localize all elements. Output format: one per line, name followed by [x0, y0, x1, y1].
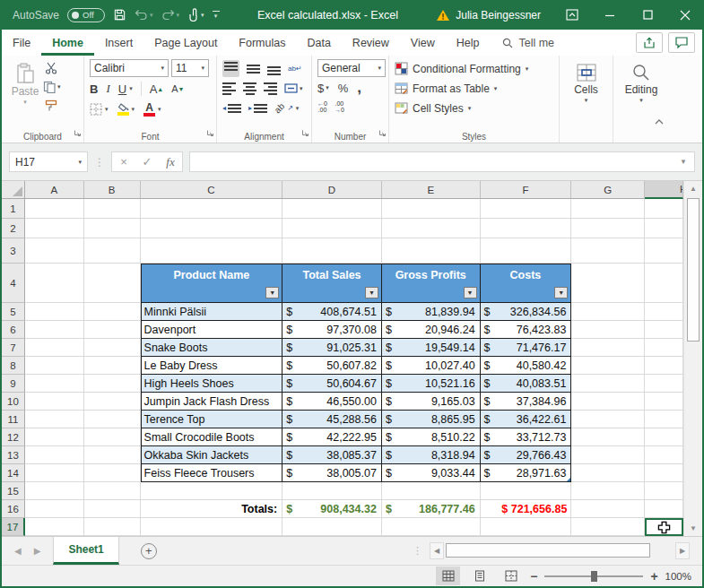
cell[interactable] — [645, 321, 683, 339]
column-header-b[interactable]: B — [84, 181, 141, 199]
vertical-scrollbar[interactable]: ▲ ▼ — [683, 181, 702, 536]
enter-button[interactable]: ✓ — [135, 155, 159, 169]
increase-decimal-button[interactable]: ←0.00 — [317, 100, 327, 114]
cell[interactable] — [481, 219, 572, 238]
sheet-nav-right-icon[interactable]: ▶ — [34, 546, 41, 556]
row-header-1[interactable]: 1 — [2, 199, 25, 219]
table-cell[interactable]: $40,580.42 — [481, 357, 572, 375]
cell-styles-button[interactable]: Cell Styles ▾ — [395, 99, 528, 117]
table-cell[interactable]: $10,027.40 — [382, 357, 481, 375]
row-header-6[interactable]: 6 — [2, 321, 25, 339]
cell[interactable] — [382, 518, 481, 536]
comma-style-button[interactable]: , — [357, 79, 361, 97]
table-cell[interactable]: $81,839.94 — [382, 303, 481, 321]
cell[interactable] — [571, 482, 645, 500]
cell[interactable] — [84, 411, 141, 428]
cell[interactable] — [382, 238, 481, 264]
cell[interactable] — [571, 303, 645, 321]
table-cell[interactable]: $37,384.96 — [481, 393, 572, 411]
cell[interactable] — [571, 428, 645, 446]
increase-indent-button[interactable]: ▸ — [248, 104, 267, 113]
new-sheet-button[interactable]: + — [141, 543, 157, 559]
formula-input[interactable]: ▼ — [189, 151, 695, 172]
cell[interactable] — [645, 464, 683, 482]
middle-align-button[interactable] — [247, 62, 260, 75]
row-header-15[interactable]: 15 — [2, 482, 25, 500]
page-layout-view-button[interactable] — [467, 566, 491, 585]
cell[interactable] — [645, 264, 683, 303]
row-header-7[interactable]: 7 — [2, 339, 25, 357]
cell[interactable] — [571, 518, 645, 536]
increase-font-button[interactable]: A▲ — [150, 82, 164, 96]
table-cell[interactable]: $29,766.43 — [481, 446, 572, 464]
number-format-combo[interactable]: General▾ — [317, 59, 386, 77]
top-align-button[interactable] — [222, 60, 239, 77]
cell[interactable] — [84, 482, 141, 500]
cell[interactable] — [25, 303, 84, 321]
italic-button[interactable]: I — [106, 82, 109, 96]
cell[interactable] — [282, 518, 382, 536]
cell[interactable] — [84, 303, 141, 321]
cell[interactable] — [25, 199, 84, 219]
autosave-toggle[interactable]: Off — [67, 8, 105, 22]
table-cell[interactable]: $408,674.51 — [282, 303, 382, 321]
table-cell[interactable]: $9,165.03 — [382, 393, 481, 411]
sheet-nav-left-icon[interactable]: ◀ — [14, 546, 22, 556]
font-size-combo[interactable]: 11▾ — [171, 59, 209, 77]
cell[interactable] — [25, 518, 84, 536]
cell[interactable] — [84, 464, 141, 482]
align-right-button[interactable] — [264, 82, 277, 95]
cell[interactable] — [571, 393, 645, 411]
table-cell[interactable]: $20,946.24 — [382, 321, 481, 339]
tab-view[interactable]: View — [400, 30, 446, 56]
cell[interactable] — [84, 238, 141, 264]
cell[interactable] — [571, 411, 645, 428]
cell[interactable] — [382, 482, 481, 500]
filter-button[interactable]: ▼ — [365, 287, 378, 298]
font-dialog-launcher[interactable] — [206, 125, 214, 141]
cell[interactable] — [25, 464, 84, 482]
decrease-font-button[interactable]: A▼ — [171, 83, 184, 94]
tab-home[interactable]: Home — [41, 30, 94, 56]
tab-help[interactable]: Help — [446, 30, 491, 56]
horizontal-scrollbar[interactable]: ◀ ▶ — [430, 542, 690, 559]
cell[interactable] — [141, 482, 283, 500]
column-header-h[interactable]: H — [645, 181, 683, 199]
cell[interactable] — [141, 199, 283, 219]
table-row[interactable]: Small Crocodile Boots — [141, 428, 283, 446]
merge-center-button[interactable]: ▾ — [284, 83, 303, 93]
table-cell[interactable]: $19,549.14 — [382, 339, 481, 357]
table-cell[interactable]: $91,025.31 — [282, 339, 382, 357]
cell[interactable] — [84, 321, 141, 339]
row-header-17[interactable]: 17 — [2, 518, 25, 536]
cell[interactable] — [645, 482, 683, 500]
table-cell[interactable]: $50,604.67 — [282, 375, 382, 393]
zoom-slider[interactable] — [544, 575, 643, 577]
cell[interactable] — [25, 321, 84, 339]
table-cell[interactable]: $10,521.16 — [382, 375, 481, 393]
tab-insert[interactable]: Insert — [94, 30, 143, 56]
table-cell[interactable]: $9,033.44 — [382, 464, 481, 482]
insert-function-button[interactable]: fx — [159, 155, 182, 169]
cell[interactable] — [382, 219, 481, 238]
number-dialog-launcher[interactable] — [378, 125, 387, 141]
cell[interactable] — [141, 518, 283, 536]
filter-button[interactable]: ▼ — [464, 287, 477, 298]
scroll-down-icon[interactable]: ▼ — [684, 521, 702, 536]
cell[interactable] — [282, 199, 382, 219]
cell[interactable] — [84, 339, 141, 357]
bold-button[interactable]: B — [90, 82, 98, 96]
cell[interactable] — [141, 238, 283, 264]
table-row[interactable]: Davenport — [141, 321, 283, 339]
cell[interactable] — [571, 199, 645, 219]
cell[interactable] — [571, 238, 645, 264]
tab-review[interactable]: Review — [342, 30, 400, 56]
table-header-costs[interactable]: Costs▼ — [481, 264, 572, 303]
table-row[interactable]: High Heels Shoes — [141, 375, 283, 393]
row-header-4[interactable]: 4 — [2, 264, 25, 303]
cut-button[interactable] — [43, 62, 61, 74]
cell[interactable] — [571, 339, 645, 357]
format-as-table-button[interactable]: Format as Table ▾ — [395, 79, 528, 98]
cells-button[interactable]: Cells ▾ — [565, 59, 607, 129]
row-header-12[interactable]: 12 — [2, 428, 25, 446]
